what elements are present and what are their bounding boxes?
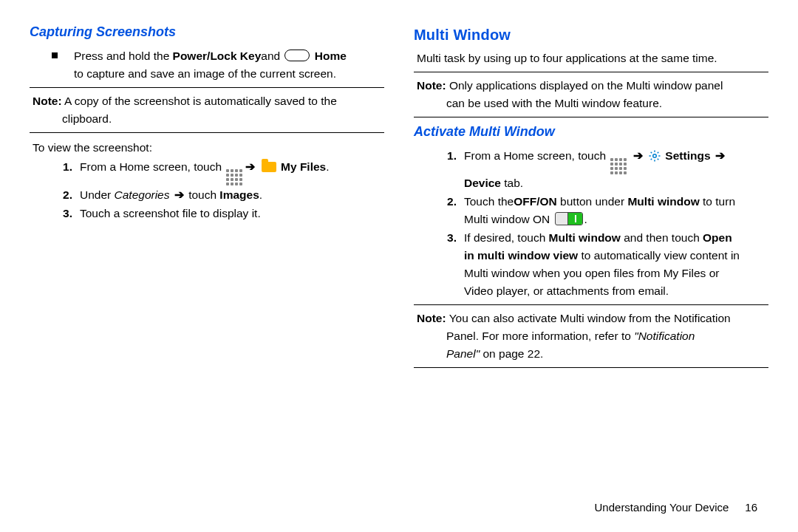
step-3: 3. If desired, touch Multi window and th… <box>414 229 768 300</box>
power-lock-key-label: Power/Lock Key <box>173 50 262 62</box>
dot: . <box>584 213 587 225</box>
note-label: Note: <box>33 95 62 107</box>
text: to capture and save an image of the curr… <box>74 65 384 83</box>
arrow-icon: ➔ <box>711 149 726 162</box>
divider <box>30 87 384 88</box>
toggle-on-icon <box>555 212 583 225</box>
text: From a Home screen, touch <box>80 160 225 173</box>
divider <box>30 132 384 133</box>
text: and <box>261 50 283 62</box>
home-label: Home <box>311 50 346 62</box>
in-multi-window-view-label: in multi window view <box>464 249 578 262</box>
step-number: 2. <box>414 193 464 211</box>
divider <box>414 72 768 72</box>
arrow-icon: ➔ <box>170 188 189 201</box>
dot: . <box>326 160 329 173</box>
multi-window-label: Multi window <box>549 231 621 244</box>
arrow-icon: ➔ <box>628 149 647 162</box>
note-only-apps: Note: Only applications displayed on the… <box>417 77 768 112</box>
device-label: Device <box>464 177 501 189</box>
text: If desired, touch <box>464 231 549 244</box>
step-number: 1. <box>414 147 464 165</box>
heading-capturing-screenshots: Capturing Screenshots <box>30 22 384 43</box>
my-files-label: My Files <box>278 160 326 173</box>
divider <box>414 304 768 305</box>
text: Under <box>80 188 115 201</box>
apps-grid-icon <box>610 158 627 174</box>
multi-window-label: Multi window <box>627 195 699 208</box>
categories-label: Categories <box>115 188 170 201</box>
notification-ref-2: Panel" <box>446 347 480 360</box>
text: Touch the <box>464 195 514 208</box>
heading-activate-multi-window: Activate Multi Window <box>414 122 768 143</box>
note-text: A copy of the screenshot is automaticall… <box>62 95 337 107</box>
text: on page 22. <box>480 347 543 360</box>
text: button under <box>557 195 628 208</box>
step-number: 3. <box>414 229 464 247</box>
note-label: Note: <box>417 312 446 324</box>
apps-grid-icon <box>226 169 242 185</box>
text: to turn <box>700 195 735 208</box>
note-clipboard: Note: A copy of the screenshot is automa… <box>33 92 384 128</box>
step-1: 1. From a Home screen, touch ➔ Settings … <box>414 147 768 192</box>
open-label: Open <box>703 231 732 244</box>
home-key-icon <box>284 50 310 61</box>
text: Panel. For more information, refer to <box>446 330 634 342</box>
dot: . <box>259 188 262 201</box>
text: Multi window ON <box>464 213 553 225</box>
note-text: Only applications displayed on the Multi… <box>446 79 723 92</box>
note-notification-panel: Note: You can also activate Multi window… <box>417 310 768 363</box>
text: to automatically view content in <box>578 249 740 262</box>
page-number: 16 <box>745 501 757 514</box>
note-text: You can also activate Multi window from … <box>446 312 731 324</box>
text: Touch a screenshot file to display it. <box>80 205 384 222</box>
svg-point-0 <box>653 154 657 158</box>
right-column: Multi Window Multi task by using up to f… <box>414 22 768 372</box>
step-number: 3. <box>30 205 80 222</box>
step-3: 3. Touch a screenshot file to display it… <box>30 205 384 222</box>
note-text-2: can be used with the Multi window featur… <box>417 95 768 112</box>
folder-icon <box>262 162 276 172</box>
images-label: Images <box>219 188 259 201</box>
note-label: Note: <box>417 79 446 92</box>
square-bullet-icon <box>52 52 58 58</box>
note-text-2: clipboard. <box>33 110 384 128</box>
off-on-label: OFF/ON <box>514 195 557 208</box>
step-number: 2. <box>30 186 80 204</box>
step-2: 2. Touch theOFF/ON button under Multi wi… <box>414 193 768 228</box>
intro-multi-task: Multi task by using up to four applicati… <box>417 50 768 67</box>
divider <box>414 367 768 368</box>
gear-icon <box>648 149 661 163</box>
text: Multi window when you open files from My… <box>464 265 768 282</box>
section-title: Understanding Your Device <box>595 501 729 514</box>
notification-ref: "Notification <box>634 330 695 342</box>
text: touch <box>188 188 219 201</box>
heading-multi-window: Multi Window <box>414 24 768 47</box>
intro-view-screenshot: To view the screenshot: <box>33 139 384 157</box>
step-2: 2. Under Categories ➔ touch Images. <box>30 186 384 204</box>
divider <box>414 117 768 117</box>
text: Press and hold the <box>74 50 173 62</box>
text: From a Home screen, touch <box>464 149 609 162</box>
text: tab. <box>501 177 523 189</box>
page-footer: Understanding Your Device16 <box>595 499 757 516</box>
text: Video player, or attachments from email. <box>464 282 768 300</box>
step-number: 1. <box>30 158 80 176</box>
settings-label: Settings <box>662 149 710 162</box>
left-column: Capturing Screenshots Press and hold the… <box>30 22 384 372</box>
step-1: 1. From a Home screen, touch ➔ My Files. <box>30 158 384 185</box>
bullet-press-hold: Press and hold the Power/Lock Keyand Hom… <box>30 47 384 83</box>
arrow-icon: ➔ <box>244 160 256 173</box>
text: and then touch <box>621 231 703 244</box>
